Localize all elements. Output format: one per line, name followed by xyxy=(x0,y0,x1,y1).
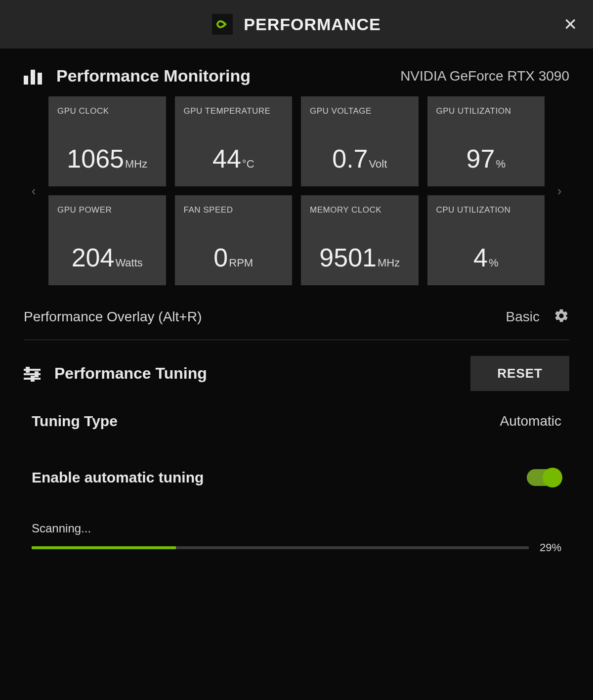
reset-button[interactable]: RESET xyxy=(470,356,569,391)
tile-unit: MHz xyxy=(125,158,147,171)
nvidia-logo-icon xyxy=(212,14,233,35)
tuning-type-value[interactable]: Automatic xyxy=(500,413,562,429)
tile-unit: MHz xyxy=(378,257,400,269)
scan-status: Scanning... xyxy=(32,522,561,535)
carousel-prev-button[interactable]: ‹ xyxy=(24,183,43,199)
tile-label: MEMORY CLOCK xyxy=(310,205,410,215)
tile-gpu-power[interactable]: GPU POWER 204Watts xyxy=(48,195,166,285)
scan-progress-fill xyxy=(32,546,176,549)
monitoring-title: Performance Monitoring xyxy=(56,66,251,86)
auto-tuning-toggle[interactable] xyxy=(527,469,561,486)
tile-value: 44 xyxy=(212,144,241,174)
auto-tuning-row: Enable automatic tuning xyxy=(24,469,569,486)
bars-icon xyxy=(24,68,43,85)
tile-value: 4 xyxy=(473,243,488,272)
overlay-mode[interactable]: Basic xyxy=(506,309,540,325)
scan-progress-pct: 29% xyxy=(540,541,561,554)
header-title: PERFORMANCE xyxy=(244,15,381,34)
overlay-row: Performance Overlay (Alt+R) Basic xyxy=(24,308,569,340)
header: PERFORMANCE ✕ xyxy=(0,0,593,48)
tuning-type-label: Tuning Type xyxy=(32,413,118,430)
tile-unit: Volt xyxy=(369,158,387,171)
tuning-type-row: Tuning Type Automatic xyxy=(24,413,569,430)
sliders-icon xyxy=(24,366,41,381)
tile-label: GPU CLOCK xyxy=(57,106,157,116)
tile-value: 97 xyxy=(466,144,495,174)
tile-gpu-clock[interactable]: GPU CLOCK 1065MHz xyxy=(48,96,166,186)
gpu-device-name: NVIDIA GeForce RTX 3090 xyxy=(400,68,569,84)
monitoring-header: Performance Monitoring NVIDIA GeForce RT… xyxy=(24,66,569,86)
tile-value: 204 xyxy=(72,243,115,272)
gear-icon[interactable] xyxy=(553,308,569,326)
tile-label: GPU POWER xyxy=(57,205,157,215)
tile-unit: % xyxy=(496,158,506,171)
tile-gpu-voltage[interactable]: GPU VOLTAGE 0.7Volt xyxy=(301,96,419,186)
tile-value: 0.7 xyxy=(332,144,368,174)
tile-label: GPU UTILIZATION xyxy=(436,106,536,116)
scan-progress-bar xyxy=(32,546,529,549)
close-button[interactable]: ✕ xyxy=(563,16,577,33)
carousel-next-button[interactable]: › xyxy=(550,183,569,199)
tuning-header: Performance Tuning RESET xyxy=(24,356,569,391)
tile-unit: % xyxy=(489,257,499,269)
auto-tuning-label: Enable automatic tuning xyxy=(32,469,204,486)
scan-row: Scanning... 29% xyxy=(24,522,569,554)
tile-fan-speed[interactable]: FAN SPEED 0RPM xyxy=(175,195,293,285)
tile-value: 9501 xyxy=(319,243,377,272)
tile-label: FAN SPEED xyxy=(184,205,284,215)
tile-label: GPU VOLTAGE xyxy=(310,106,410,116)
tile-gpu-temperature[interactable]: GPU TEMPERATURE 44°C xyxy=(175,96,293,186)
tile-unit: RPM xyxy=(229,257,253,269)
tile-unit: °C xyxy=(242,158,254,171)
tile-gpu-utilization[interactable]: GPU UTILIZATION 97% xyxy=(427,96,545,186)
overlay-label: Performance Overlay (Alt+R) xyxy=(24,309,202,325)
tile-value: 1065 xyxy=(67,144,124,174)
tile-memory-clock[interactable]: MEMORY CLOCK 9501MHz xyxy=(301,195,419,285)
tile-unit: Watts xyxy=(115,257,142,269)
tile-label: CPU UTILIZATION xyxy=(436,205,536,215)
tile-value: 0 xyxy=(213,243,228,272)
tile-carousel: ‹ GPU CLOCK 1065MHz GPU TEMPERATURE 44°C… xyxy=(24,96,569,285)
tile-cpu-utilization[interactable]: CPU UTILIZATION 4% xyxy=(427,195,545,285)
tile-label: GPU TEMPERATURE xyxy=(184,106,284,116)
tuning-title: Performance Tuning xyxy=(54,364,207,383)
